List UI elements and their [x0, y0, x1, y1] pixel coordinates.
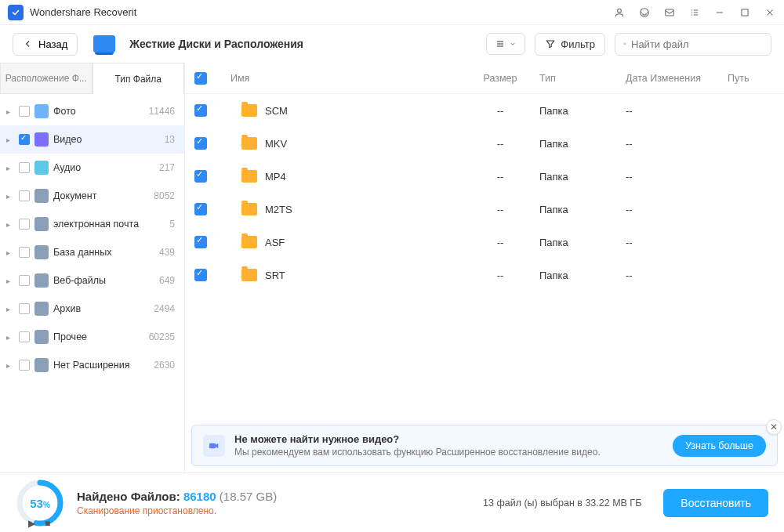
sidebar-checkbox[interactable] — [19, 134, 30, 145]
close-button[interactable] — [764, 6, 776, 19]
scan-status: Сканирование приостановлено. — [77, 505, 470, 516]
row-size: -- — [461, 270, 539, 281]
filter-button[interactable]: Фильтр — [535, 33, 605, 56]
sidebar-item-label: База данных — [53, 247, 154, 258]
tip-learn-more-button[interactable]: Узнать больше — [673, 435, 766, 457]
category-icon — [34, 358, 49, 372]
sidebar-checkbox[interactable] — [19, 106, 30, 117]
folder-icon — [241, 203, 257, 215]
tab-filetype[interactable]: Тип Файла — [93, 63, 185, 94]
header-path[interactable]: Путь — [728, 73, 775, 84]
table-row[interactable]: MP4--Папка-- — [185, 160, 784, 193]
chevron-right-icon: ▸ — [6, 248, 14, 257]
chevron-right-icon: ▸ — [6, 220, 14, 229]
svg-rect-2 — [666, 9, 674, 15]
sidebar-checkbox[interactable] — [19, 360, 30, 371]
svg-point-0 — [618, 9, 622, 13]
sidebar-item-label: Прочее — [53, 331, 144, 342]
row-type: Папка — [539, 171, 626, 183]
row-type: Папка — [539, 204, 626, 215]
maximize-button[interactable] — [739, 6, 751, 19]
video-icon — [203, 435, 225, 457]
toolbar: Назад Жесткие Диски и Расположения Фильт… — [0, 25, 784, 63]
folder-icon — [241, 170, 257, 183]
found-label: Найдено Файлов: — [77, 490, 180, 503]
sidebar: Расположение Ф... Тип Файла ▸Фото11446▸В… — [0, 63, 185, 472]
play-button[interactable]: ▶ — [28, 518, 35, 529]
sidebar-item-веб-файлы[interactable]: ▸Веб-файлы649 — [0, 266, 184, 295]
folder-icon — [241, 236, 257, 248]
tip-close-button[interactable]: ✕ — [766, 419, 782, 435]
tip-title: Не можете найти нужное видео? — [234, 433, 663, 445]
file-table: Имя Размер Тип Дата Изменения Путь SCM--… — [185, 63, 784, 472]
search-box[interactable] — [615, 33, 771, 56]
table-row[interactable]: M2TS--Папка-- — [185, 193, 784, 226]
row-name: MP4 — [265, 171, 286, 183]
sidebar-item-count: 217 — [159, 162, 175, 173]
row-date: -- — [626, 270, 728, 281]
row-size: -- — [461, 138, 539, 150]
sidebar-item-аудио[interactable]: ▸Аудио217 — [0, 154, 184, 182]
filter-label: Фильтр — [561, 38, 595, 50]
minimize-button[interactable] — [713, 6, 726, 19]
tab-location[interactable]: Расположение Ф... — [0, 63, 93, 94]
header-size[interactable]: Размер — [461, 73, 539, 84]
header-type[interactable]: Тип — [539, 73, 626, 84]
sidebar-item-документ[interactable]: ▸Документ8052 — [0, 182, 184, 210]
table-row[interactable]: SRT--Папка-- — [185, 259, 784, 291]
sidebar-item-count: 13 — [165, 134, 175, 145]
sidebar-item-label: Документ — [53, 190, 149, 201]
table-row[interactable]: ASF--Папка-- — [185, 226, 784, 259]
row-type: Папка — [539, 138, 626, 150]
table-row[interactable]: SCM--Папка-- — [185, 94, 784, 127]
chevron-right-icon: ▸ — [6, 164, 14, 172]
sidebar-item-count: 649 — [159, 275, 175, 286]
feedback-icon[interactable] — [663, 6, 676, 19]
recover-button[interactable]: Восстановить — [663, 489, 768, 517]
header-date[interactable]: Дата Изменения — [626, 73, 728, 84]
sidebar-item-база-данных[interactable]: ▸База данных439 — [0, 238, 184, 266]
view-mode-button[interactable] — [486, 33, 525, 55]
sidebar-item-видео[interactable]: ▸Видео13 — [0, 125, 184, 154]
sidebar-item-электронная-почта[interactable]: ▸электронная почта5 — [0, 210, 184, 238]
search-input[interactable] — [631, 38, 763, 50]
account-icon[interactable] — [613, 6, 626, 19]
sidebar-checkbox[interactable] — [19, 303, 30, 314]
row-date: -- — [626, 138, 728, 150]
back-button[interactable]: Назад — [13, 33, 78, 56]
row-checkbox[interactable] — [194, 104, 207, 117]
row-checkbox[interactable] — [194, 170, 207, 183]
sidebar-checkbox[interactable] — [19, 275, 30, 286]
row-checkbox[interactable] — [194, 203, 207, 215]
row-checkbox[interactable] — [194, 269, 207, 281]
folder-icon — [241, 104, 257, 117]
stop-button[interactable]: ■ — [45, 518, 50, 529]
disk-icon — [93, 35, 115, 52]
menu-icon[interactable] — [688, 6, 701, 19]
select-all-checkbox[interactable] — [194, 72, 207, 85]
app-logo — [8, 5, 24, 20]
sidebar-item-нет-расширения[interactable]: ▸Нет Расширения2630 — [0, 351, 184, 379]
sidebar-checkbox[interactable] — [19, 190, 30, 201]
chevron-right-icon: ▸ — [6, 361, 14, 370]
sidebar-checkbox[interactable] — [19, 331, 30, 342]
sidebar-item-прочее[interactable]: ▸Прочее60235 — [0, 323, 184, 351]
sidebar-item-label: электронная почта — [53, 219, 165, 230]
category-icon — [34, 217, 49, 231]
table-header: Имя Размер Тип Дата Изменения Путь — [185, 63, 784, 94]
sidebar-item-фото[interactable]: ▸Фото11446 — [0, 97, 184, 125]
sidebar-item-архив[interactable]: ▸Архив2494 — [0, 295, 184, 323]
row-checkbox[interactable] — [194, 236, 207, 248]
folder-icon — [241, 269, 257, 281]
sidebar-checkbox[interactable] — [19, 162, 30, 173]
found-count: 86180 — [183, 490, 216, 503]
sidebar-checkbox[interactable] — [19, 219, 30, 230]
back-label: Назад — [38, 38, 67, 50]
support-icon[interactable] — [638, 6, 651, 19]
row-name: M2TS — [265, 204, 292, 215]
table-row[interactable]: MKV--Папка-- — [185, 127, 784, 160]
row-date: -- — [626, 237, 728, 248]
row-checkbox[interactable] — [194, 137, 207, 150]
sidebar-checkbox[interactable] — [19, 247, 30, 258]
header-name[interactable]: Имя — [218, 73, 461, 84]
